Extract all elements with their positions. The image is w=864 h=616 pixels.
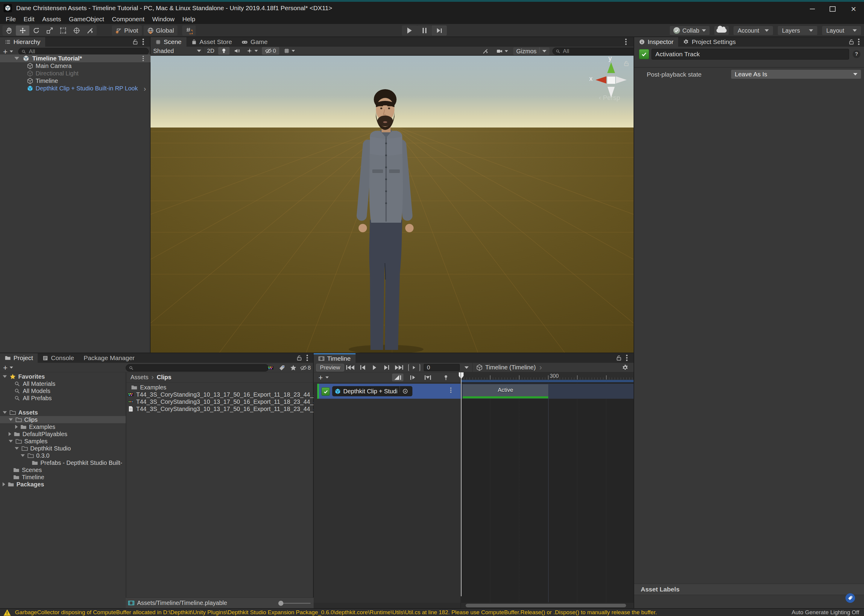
next-frame-button[interactable] xyxy=(381,364,393,371)
goto-start-button[interactable] xyxy=(344,364,357,371)
tab-console[interactable]: Console xyxy=(38,353,79,363)
hierarchy-item-depthkit-prefab[interactable]: Depthkit Clip + Studio Built-in RP Look … xyxy=(0,85,151,92)
pivot-toggle-button[interactable]: Pivot xyxy=(112,25,142,36)
scale-tool-button[interactable] xyxy=(43,25,56,36)
timeline-ruler[interactable]: 300 xyxy=(461,372,633,382)
scene-tools-button[interactable] xyxy=(480,47,491,55)
menu-edit[interactable]: Edit xyxy=(20,14,38,24)
ripple-mode-button[interactable] xyxy=(407,374,418,381)
hierarchy-item-timeline[interactable]: Timeline xyxy=(0,77,151,85)
status-bar[interactable]: GarbageCollector disposing of ComputeBuf… xyxy=(0,608,864,616)
track-name-field[interactable]: Activation Track xyxy=(652,49,849,60)
project-lock-icon[interactable] xyxy=(296,355,302,361)
track-mute-check-icon[interactable] xyxy=(321,387,330,396)
search-by-type-icon[interactable] xyxy=(267,365,274,371)
preview-toggle-button[interactable]: Preview xyxy=(316,364,344,371)
account-dropdown[interactable]: Account xyxy=(734,26,773,35)
hand-tool-button[interactable] xyxy=(2,25,16,36)
hierarchy-scene-row[interactable]: Timeline Tutorial* xyxy=(0,55,151,62)
hierarchy-search-input[interactable] xyxy=(28,48,145,55)
tree-samples[interactable]: Samples xyxy=(0,438,126,445)
playhead-line[interactable] xyxy=(461,372,462,596)
project-add-caret-icon[interactable] xyxy=(10,366,13,368)
hierarchy-add-caret-icon[interactable] xyxy=(10,50,13,52)
save-search-star-icon[interactable] xyxy=(290,365,297,371)
rect-tool-button[interactable] xyxy=(56,25,70,36)
tab-game[interactable]: Game xyxy=(237,37,272,47)
timeline-tracks-area[interactable]: Depthkit Clip + Studio Active xyxy=(314,382,633,603)
custom-tool-button[interactable] xyxy=(83,25,97,36)
frame-options-caret-icon[interactable] xyxy=(465,366,469,369)
record-target-icon[interactable] xyxy=(402,388,408,394)
search-by-label-icon[interactable] xyxy=(279,365,285,371)
replace-mode-button[interactable] xyxy=(422,374,434,381)
help-icon[interactable]: ? xyxy=(853,50,861,58)
scene-search[interactable] xyxy=(553,47,646,55)
project-add-button[interactable]: + xyxy=(3,364,8,371)
file-row-text[interactable]: T44_3S_CoryStanding3_10_13_17_50_16_Expo… xyxy=(126,405,314,412)
hierarchy-search[interactable] xyxy=(18,48,149,55)
tab-project[interactable]: Project xyxy=(0,353,38,363)
gizmo-lock-icon[interactable] xyxy=(624,60,629,66)
step-button[interactable] xyxy=(432,25,447,36)
tree-defaultplayables[interactable]: DefaultPlayables xyxy=(0,431,126,438)
track-more-icon[interactable] xyxy=(450,390,451,391)
layout-dropdown[interactable]: Layout xyxy=(822,26,861,35)
previous-frame-button[interactable] xyxy=(357,364,369,371)
file-row-video[interactable]: T44_3S_CoryStanding3_10_13_17_50_16_Expo… xyxy=(126,398,314,405)
timeline-lock-icon[interactable] xyxy=(616,355,622,361)
timeline-settings-gear-icon[interactable] xyxy=(622,364,628,371)
menu-component[interactable]: Component xyxy=(108,14,148,24)
track-row-depthkit[interactable]: Depthkit Clip + Studio xyxy=(317,384,461,399)
breadcrumb-current[interactable]: Clips xyxy=(157,374,171,381)
timeline-hscrollbar[interactable] xyxy=(461,603,633,608)
goto-end-button[interactable] xyxy=(393,364,406,371)
menu-window[interactable]: Window xyxy=(148,14,179,24)
thumbnail-slider-track[interactable] xyxy=(281,603,311,604)
marker-pin-icon[interactable] xyxy=(443,374,449,380)
menu-gameobject[interactable]: GameObject xyxy=(65,14,108,24)
tab-inspector[interactable]: Inspector xyxy=(634,37,678,47)
file-row-examples[interactable]: Examples xyxy=(126,384,314,391)
track-name-plate[interactable]: Depthkit Clip + Studio xyxy=(332,386,412,396)
file-row-texture[interactable]: T44_3S_CoryStanding3_10_13_17_50_16_Expo… xyxy=(126,391,314,398)
tree-all-materials[interactable]: All Materials xyxy=(0,380,126,387)
title-bar[interactable]: Dane Christensen Assets - Timeline Tutor… xyxy=(0,2,864,14)
hierarchy-item-main-camera[interactable]: Main Camera xyxy=(0,62,151,70)
scene-row-more-icon[interactable] xyxy=(143,58,144,59)
tree-examples[interactable]: Examples xyxy=(0,423,126,431)
play-button[interactable] xyxy=(402,25,417,36)
auto-generate-lighting-label[interactable]: Auto Generate Lighting Off xyxy=(792,609,859,616)
add-track-button[interactable]: + xyxy=(319,374,323,380)
prefab-open-chevron-icon[interactable]: › xyxy=(144,85,146,93)
tree-packages[interactable]: Packages xyxy=(0,481,126,488)
close-button[interactable]: × xyxy=(846,3,861,14)
lighting-toggle-button[interactable] xyxy=(218,47,229,55)
timeline-more-icon[interactable] xyxy=(626,357,628,358)
collab-dropdown[interactable]: Collab xyxy=(670,26,710,35)
cloud-button[interactable] xyxy=(714,26,729,35)
timeline-play-button[interactable] xyxy=(369,364,381,371)
tree-favorites[interactable]: Favorites xyxy=(0,373,126,380)
mix-mode-button[interactable] xyxy=(392,374,404,381)
maximize-button[interactable] xyxy=(825,3,840,14)
volumetric-character[interactable] xyxy=(341,82,428,353)
tab-hierarchy[interactable]: Hierarchy xyxy=(0,37,45,47)
hierarchy-add-button[interactable]: + xyxy=(3,48,8,55)
inspector-lock-icon[interactable] xyxy=(848,39,855,45)
hierarchy-more-icon[interactable] xyxy=(143,41,144,42)
gizmos-dropdown[interactable]: Gizmos xyxy=(513,47,550,55)
timeline-breadcrumb[interactable]: Timeline (Timeline) xyxy=(485,364,536,371)
inspector-more-icon[interactable] xyxy=(858,41,859,42)
menu-help[interactable]: Help xyxy=(178,14,199,24)
scene-viewport[interactable]: y x ‹ Persp xyxy=(151,56,633,353)
tree-prefabs[interactable]: Prefabs - Depthkit Studio Built- xyxy=(0,459,126,466)
effects-dropdown-button[interactable] xyxy=(245,47,260,55)
asset-labels-header[interactable]: Asset Labels xyxy=(634,584,864,595)
project-search[interactable] xyxy=(126,364,269,371)
project-search-input[interactable] xyxy=(135,364,265,371)
scene-camera-dropdown[interactable] xyxy=(494,47,510,55)
frame-field[interactable]: 0 xyxy=(424,364,460,371)
scene-more-icon[interactable] xyxy=(625,41,627,42)
breadcrumb-root[interactable]: Assets xyxy=(130,374,148,381)
